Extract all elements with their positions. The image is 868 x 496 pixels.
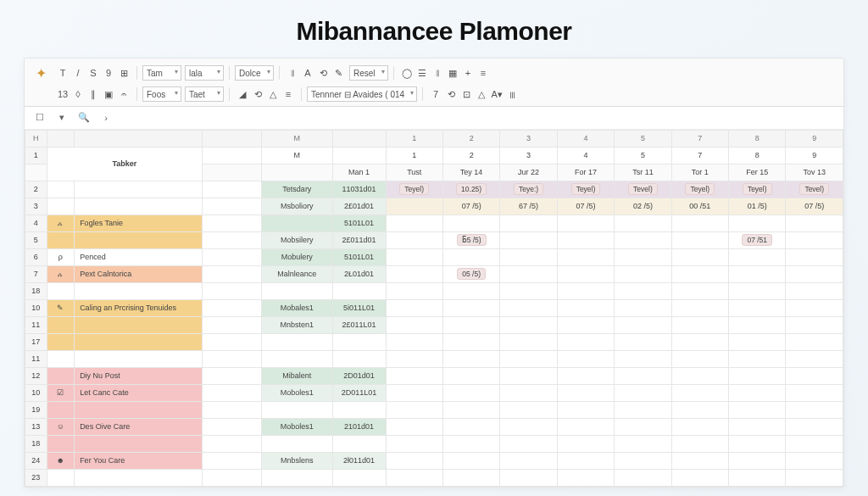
data-cell[interactable] (786, 215, 843, 231)
data-cell[interactable] (500, 350, 557, 367)
task-name[interactable] (75, 350, 203, 367)
data-cell[interactable] (729, 248, 786, 265)
data-cell[interactable] (442, 282, 499, 299)
data-cell[interactable] (386, 299, 442, 316)
data-cell[interactable] (615, 435, 671, 452)
data-cell[interactable] (386, 282, 442, 299)
date-cell[interactable]: 2101d01 (332, 418, 386, 435)
date-cell[interactable]: 11031d01 (332, 181, 386, 198)
data-cell[interactable] (557, 418, 614, 435)
data-cell[interactable] (671, 282, 728, 299)
data-cell[interactable] (729, 401, 786, 418)
row-number[interactable]: 4 (25, 215, 47, 231)
data-cell[interactable]: 67 /5) (500, 198, 557, 215)
data-cell[interactable] (671, 350, 728, 367)
data-cell[interactable] (729, 316, 786, 333)
data-cell[interactable] (442, 248, 499, 265)
category-cell[interactable]: Tetsdary (262, 181, 333, 198)
data-cell[interactable] (615, 401, 671, 418)
data-cell[interactable] (729, 367, 786, 384)
data-cell[interactable] (386, 215, 442, 231)
data-cell[interactable] (442, 367, 499, 384)
data-cell[interactable] (442, 299, 499, 316)
column-header[interactable]: 4 (557, 130, 614, 147)
category-cell[interactable]: Mibalent (262, 367, 333, 384)
column-header[interactable]: 9 (786, 130, 843, 147)
task-name[interactable]: Fogles Tanie (75, 215, 203, 231)
data-cell[interactable] (615, 367, 671, 384)
data-cell[interactable] (729, 265, 786, 282)
data-cell[interactable] (500, 316, 557, 333)
tenner-select[interactable]: Tennner ⊟ Avaides ( 014 (307, 86, 417, 102)
data-cell[interactable] (500, 299, 557, 316)
task-name[interactable] (75, 333, 203, 350)
category-cell[interactable]: Mobulery (262, 248, 333, 265)
data-cell[interactable] (442, 418, 499, 435)
toolbar-icon-3[interactable]: ≡ (281, 86, 296, 102)
toolbar-icon-0[interactable]: 13 (55, 86, 70, 102)
category-cell[interactable] (262, 215, 333, 231)
data-cell[interactable] (615, 299, 671, 316)
data-cell[interactable] (671, 384, 728, 401)
toolbar-icon-2[interactable]: ∥ (86, 87, 101, 103)
toolbar-icon-5[interactable]: ≡ (476, 65, 491, 81)
row-number[interactable]: 3 (25, 198, 47, 215)
row-number[interactable]: 19 (25, 401, 47, 418)
reset-select[interactable]: Resel (349, 65, 388, 81)
category-cell[interactable]: Moboles1 (262, 384, 333, 401)
data-cell[interactable] (500, 384, 557, 401)
data-cell[interactable]: 00 /51 (671, 198, 728, 215)
data-cell[interactable] (386, 435, 442, 452)
toolbar-icon-3[interactable]: △ (474, 87, 489, 103)
data-cell[interactable] (442, 350, 499, 367)
data-cell[interactable] (671, 367, 728, 384)
data-cell[interactable] (786, 231, 843, 248)
data-cell[interactable] (386, 198, 442, 215)
data-cell[interactable] (671, 248, 728, 265)
toolbar-icon-0[interactable]: ◯ (399, 65, 415, 81)
date-cell[interactable]: 2Ł01d01 (332, 265, 386, 282)
row-number[interactable]: 5 (25, 231, 47, 248)
toolbar-icon-3[interactable]: ✎ (331, 65, 346, 81)
date-cell[interactable]: 2ł011d01 (332, 452, 386, 469)
foos-select[interactable]: Foos (142, 86, 181, 102)
data-cell[interactable] (500, 231, 557, 248)
column-header[interactable]: 5 (615, 130, 671, 147)
data-cell[interactable]: Teyel) (557, 181, 614, 198)
data-cell[interactable] (442, 401, 499, 418)
data-cell[interactable] (786, 418, 843, 435)
name-box-dropdown-icon[interactable]: ▾ (53, 110, 70, 125)
grid-area[interactable]: HM12345789 1TabkerM12345789Man 1TustTey … (25, 130, 843, 487)
data-cell[interactable] (729, 418, 786, 435)
data-cell[interactable] (557, 282, 614, 299)
data-cell[interactable] (729, 299, 786, 316)
column-header[interactable]: H (25, 130, 47, 147)
column-header[interactable]: 3 (500, 130, 557, 147)
task-name[interactable] (75, 401, 203, 418)
date-cell[interactable] (332, 401, 386, 418)
toolbar-icon-1[interactable]: ☰ (415, 65, 430, 81)
data-cell[interactable] (386, 231, 442, 248)
data-cell[interactable] (386, 248, 442, 265)
row-number[interactable]: 11 (25, 316, 47, 333)
date-cell[interactable] (332, 333, 386, 350)
row-number[interactable]: 17 (25, 333, 47, 350)
data-cell[interactable]: Teyel) (671, 181, 728, 198)
data-cell[interactable] (500, 469, 557, 486)
data-cell[interactable] (386, 384, 442, 401)
data-cell[interactable] (557, 384, 614, 401)
data-cell[interactable] (500, 418, 557, 435)
data-cell[interactable] (500, 282, 557, 299)
data-cell[interactable] (615, 384, 671, 401)
data-cell[interactable]: Teyel) (386, 181, 442, 198)
task-name[interactable] (75, 282, 203, 299)
data-cell[interactable] (615, 265, 671, 282)
data-cell[interactable] (786, 333, 843, 350)
toolbar-icon-4[interactable]: A▾ (489, 87, 504, 103)
toolbar-icon-0[interactable]: ⫴ (285, 65, 300, 81)
data-cell[interactable] (671, 299, 728, 316)
data-cell[interactable]: Teye:) (500, 181, 557, 198)
data-cell[interactable] (386, 469, 442, 486)
taet-select[interactable]: Taet (185, 86, 224, 102)
row-number[interactable]: 13 (25, 418, 47, 435)
